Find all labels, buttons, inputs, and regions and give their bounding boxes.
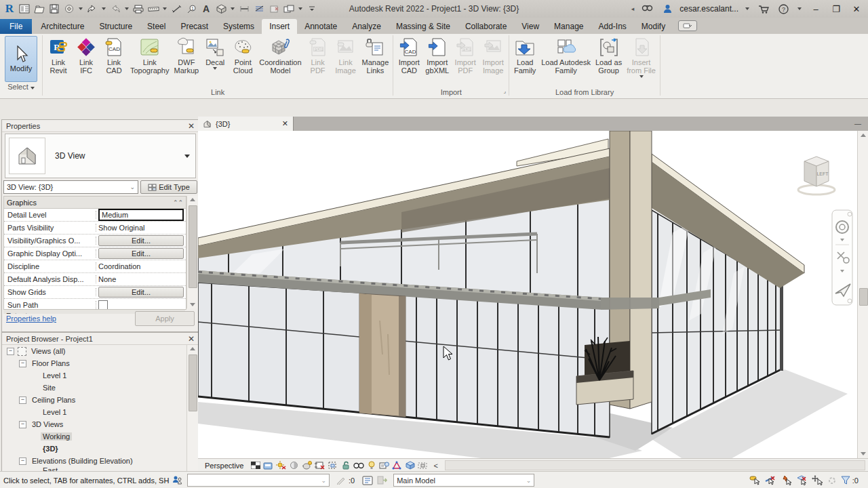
sun-settings-off-icon[interactable] [275, 460, 287, 470]
view-tab-close-icon[interactable]: ✕ [282, 119, 288, 128]
displacement-sets-icon[interactable] [404, 460, 416, 470]
close-inactive-views-icon[interactable] [267, 2, 281, 16]
tab-modify[interactable]: Modify [634, 19, 673, 34]
view-scale-label[interactable]: Perspective [198, 462, 249, 470]
scroll-down-icon[interactable] [190, 303, 195, 306]
expander-icon[interactable]: − [19, 396, 26, 404]
load-as-group-button[interactable]: Load asGroup [593, 35, 624, 76]
restore-button[interactable]: ❐ [829, 4, 844, 14]
unlocked-view-icon[interactable] [340, 460, 351, 470]
customize-qat-caret[interactable] [305, 2, 319, 16]
tree-item-ceiling-plans[interactable]: −Ceiling Plans [3, 394, 186, 406]
help-dropdown-caret[interactable] [797, 7, 802, 10]
print-icon[interactable] [132, 2, 145, 16]
import-cad-button[interactable]: CAD ImportCAD [395, 35, 422, 76]
expander-icon[interactable]: − [19, 421, 26, 428]
scroll-down-icon[interactable] [861, 452, 866, 455]
dwf-markup-button[interactable]: DWFMarkup [172, 35, 201, 76]
detail-level-input[interactable]: Medium [98, 209, 184, 221]
properties-close-icon[interactable]: ✕ [188, 121, 195, 131]
view-instance-combo[interactable]: 3D View: {3D} ⌄ [3, 180, 138, 194]
properties-title-bar[interactable]: Properties ✕ [2, 120, 199, 132]
browser-scrollbar[interactable] [186, 345, 198, 487]
select-by-face-icon[interactable] [796, 475, 808, 485]
measure-icon[interactable] [146, 2, 160, 16]
user-dropdown-caret[interactable] [745, 7, 749, 10]
revit-logo-icon[interactable]: R [3, 2, 16, 16]
properties-help-link[interactable]: Properties help [6, 314, 56, 323]
project-browser-title-bar[interactable]: Project Browser - Project1 ✕ [2, 333, 199, 345]
tab-systems[interactable]: Systems [216, 19, 262, 34]
3d-view-dropdown-caret[interactable] [231, 7, 235, 10]
tree-item-elevations[interactable]: −Elevations (Building Elevation) [3, 455, 186, 467]
scroll-thumb[interactable] [859, 288, 868, 306]
tree-item-level-1[interactable]: Level 1 [3, 369, 186, 382]
worksharing-icon[interactable] [172, 475, 182, 485]
help-icon[interactable]: ? [778, 4, 789, 14]
link-topography-button[interactable]: LinkTopography [128, 35, 172, 76]
link-image-button[interactable]: LinkImage [332, 35, 359, 76]
minimize-button[interactable]: – [808, 4, 823, 14]
close-button[interactable]: ✕ [849, 4, 864, 14]
canvas-scrollbar[interactable] [857, 131, 868, 458]
tab-collaborate[interactable]: Collaborate [458, 19, 514, 34]
aligned-dimension-icon[interactable] [170, 2, 183, 16]
tree-item-site[interactable]: Site [3, 382, 186, 394]
manage-links-button[interactable]: ManageLinks [360, 35, 391, 76]
edit-type-button[interactable]: Edit Type [140, 180, 197, 194]
drag-on-selection-icon[interactable] [812, 475, 823, 485]
type-selector[interactable]: 3D View [5, 134, 196, 178]
filter-icon[interactable] [841, 476, 850, 485]
scroll-up-icon[interactable] [190, 198, 195, 201]
insert-from-file-button[interactable]: Insertfrom File [625, 35, 658, 79]
tab-analyze[interactable]: Analyze [344, 19, 389, 34]
import-image-button[interactable]: ImportImage [479, 35, 507, 76]
app-store-cart-icon[interactable] [758, 5, 769, 14]
temporary-view-properties-icon[interactable] [378, 460, 390, 470]
worksets-dialog-icon[interactable] [362, 476, 373, 485]
tab-precast[interactable]: Precast [173, 19, 216, 34]
sun-path-checkbox[interactable] [98, 300, 108, 310]
select-underlay-icon[interactable] [765, 475, 776, 485]
prop-row-default-analysis[interactable]: Default Analysis Disp...None [4, 273, 186, 286]
temporary-hide-isolate-icon[interactable] [353, 460, 364, 470]
tab-structure[interactable]: Structure [92, 19, 140, 34]
graphic-display-icon[interactable] [262, 460, 274, 470]
viewbar-collapse-icon[interactable]: < [433, 462, 437, 470]
ribbon-display-toggle[interactable] [678, 20, 697, 31]
point-cloud-button[interactable]: PointCloud [229, 35, 256, 76]
graphic-display-edit-button[interactable]: Edit... [98, 248, 184, 259]
visibility-edit-button[interactable]: Edit... [98, 235, 184, 246]
prop-row-visibility-graphics[interactable]: Visibility/Graphics O...Edit... [4, 235, 186, 247]
viewcube[interactable]: LEFT [798, 157, 835, 195]
tree-item-3d[interactable]: {3D} [3, 443, 186, 455]
reveal-hidden-elements-icon[interactable] [366, 460, 377, 470]
save-icon[interactable] [47, 2, 61, 16]
graphics-section-header[interactable]: Graphics ⌃⌃ [4, 197, 186, 209]
tab-manage[interactable]: Manage [547, 19, 591, 34]
properties-palette-icon[interactable] [18, 2, 31, 16]
import-gbxml-button[interactable]: ImportgbXML [423, 35, 451, 76]
link-revit-button[interactable]: R LinkRevit [45, 35, 72, 76]
tab-insert[interactable]: Insert [262, 19, 297, 34]
load-panel-label[interactable]: Load from Library [509, 87, 660, 98]
tree-item-views-all[interactable]: −Views (all) [3, 345, 186, 357]
infocenter-collapse-icon[interactable]: ◂ [631, 5, 635, 12]
undo-dropdown-caret[interactable] [102, 7, 106, 10]
open-file-icon[interactable] [33, 2, 46, 16]
coordination-model-button[interactable]: CoordinationModel [257, 35, 303, 76]
link-pdf-button[interactable]: PDF LinkPDF [304, 35, 332, 76]
section-collapse-icon[interactable]: ⌃⌃ [173, 199, 183, 206]
decal-button[interactable]: Decal [201, 35, 229, 71]
redo-icon[interactable] [108, 2, 122, 16]
tab-list-icon[interactable]: — [854, 120, 861, 127]
switch-windows-icon[interactable] [282, 2, 296, 16]
text-icon[interactable]: A [199, 2, 213, 16]
horizontal-scrollbar[interactable] [445, 460, 865, 470]
measure-dropdown-caret[interactable] [163, 7, 167, 10]
default-3d-view-icon[interactable] [214, 2, 228, 16]
prop-row-sun-path[interactable]: Sun Path [4, 299, 186, 310]
import-panel-label[interactable]: Import⌟ [393, 87, 509, 98]
signed-in-user[interactable]: cesar.escalant... [679, 4, 738, 14]
type-selector-caret[interactable] [184, 155, 190, 158]
